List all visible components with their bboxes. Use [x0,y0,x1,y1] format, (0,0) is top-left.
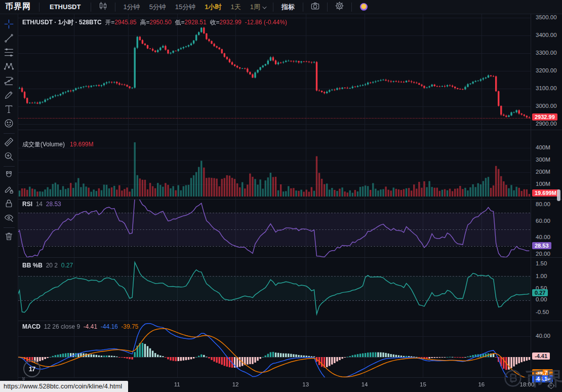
macd-params: 12 26 close 9 [44,323,80,330]
hide-drawings-tool-button[interactable] [2,211,16,225]
chevron-down-icon [262,5,266,9]
rsi-value: 28.53 [46,201,61,208]
price-axis-tick: 3300.00 [536,50,557,56]
emoji-tool-button[interactable] [2,117,16,131]
rsi-params: 14 [36,201,43,208]
timeframe-button-4[interactable]: 1小时 [200,3,226,12]
bb-legend[interactable]: BB %B 20 2 0.27 [22,262,73,269]
rsi-axis-tick: 60.00 [536,218,550,224]
toolbar-separator [39,3,39,12]
price-axis-tick: 3100.00 [536,85,557,91]
remove-all-tool-button[interactable] [2,230,16,244]
volume-axis-tick: 100M [536,181,550,187]
target-icon [547,383,555,391]
pane-separator[interactable] [18,199,562,200]
trend-line-icon [4,33,14,46]
tradingview-logo-text: 17 [29,365,35,373]
macd-legend[interactable]: MACD 12 26 close 9 -4.41 -44.16 -39.75 [22,323,139,330]
macd-legend-title: MACD [22,323,41,330]
time-axis-label: 18:00 [520,381,535,387]
pane-separator[interactable] [18,257,562,258]
site-logo[interactable]: 币界网 [0,2,36,12]
axis-value-pill: 0.27 [532,289,548,296]
toolbar-separator [303,3,303,12]
top-toolbar: 币界网 ETHUSDT 1分钟5分钟15分钟1小时1天1周 指标 [0,0,562,14]
rsi-legend-title: RSI [22,201,32,208]
trend-line-tool-button[interactable] [2,32,16,46]
collapse-chevrons-icon[interactable]: » [20,377,28,380]
drawing-lock-tool-button[interactable] [2,183,16,197]
time-axis-label: 13 [302,381,309,387]
volume-axis-tick: 300M [536,156,550,163]
pane-separator[interactable] [18,130,562,130]
high-value: 2950.50 [149,19,171,26]
timeframe-button-2[interactable]: 5分钟 [145,3,171,12]
ruler-icon [4,137,14,149]
forecast-tool-button[interactable] [2,74,16,89]
crosshair-icon [4,19,14,31]
macd-axis-tick: 40.00 [536,333,550,339]
close-value: 2932.99 [220,19,242,26]
timeframe-button-5[interactable]: 1天 [226,3,246,12]
axis-value-pill: 28.53 [532,242,551,249]
chart-plot-area[interactable]: ETH/USDT · 1小时 · 528BTC 开=2945.85 高=2950… [18,14,531,377]
fib-lines-tool-button[interactable] [2,46,16,60]
lock-all-tool-button[interactable] [2,197,16,211]
volume-legend[interactable]: 成交量(Volume) 19.699M [22,140,94,149]
measure-tool-button[interactable] [2,136,16,150]
snapshot-button[interactable] [306,1,324,13]
camera-icon [310,1,320,13]
volume-axis-tick: 400M [536,144,550,150]
scrollbar-thumb[interactable] [557,189,560,201]
crosshair-tool-button[interactable] [2,18,16,32]
status-bar-url: https://www.528btc.com/coin/kline/4.html [0,381,128,392]
symbol-button[interactable]: ETHUSDT [43,3,88,11]
toolbar-separator [273,3,273,12]
timeframe-group: 1分钟5分钟15分钟1小时1天1周 [118,3,270,12]
timeframe-button-6[interactable]: 1周 [246,3,270,12]
indicators-button[interactable]: 指标 [276,3,300,12]
low-label: 低= [175,19,185,26]
tradingview-logo[interactable]: 17 [23,360,41,377]
close-label: 收= [210,19,220,26]
brush-tool-button[interactable] [2,89,16,103]
price-axis-tick: 3400.00 [536,32,557,38]
axis-value-pill: -4.41 [532,352,550,360]
volume-value: 19.699M [70,141,94,148]
xabcd-pattern-tool-button[interactable] [2,60,16,74]
low-value: 2928.51 [185,19,207,26]
macd-signal-value: -39.75 [121,323,138,330]
pane-separator[interactable] [18,321,562,321]
magnet-tool-button[interactable] [2,169,16,183]
rsi-legend[interactable]: RSI 14 28.53 [22,201,61,208]
text-icon [4,104,14,116]
price-legend-title: ETH/USDT · 1小时 · 528BTC [22,19,102,26]
toolbar-separator [91,3,91,12]
brush-icon [4,90,14,102]
text-tool-button[interactable] [2,103,16,117]
forecast-icon [4,75,14,88]
price-axis-tick: 3500.00 [536,14,557,20]
rsi-axis-tick: 20.00 [536,251,550,257]
open-label: 开= [105,19,114,26]
scroll-to-realtime-button[interactable] [547,381,555,392]
time-axis-label: 11 [174,381,180,387]
avatar[interactable] [360,3,368,11]
axis-value-pill: 2932.99 [532,113,557,121]
price-axis-tick: 3000.00 [536,103,557,109]
settings-button[interactable] [331,1,348,13]
magnet-icon [4,170,14,182]
price-axis-tick: 3200.00 [536,67,557,73]
change-value: -12.86 (-0.44%) [245,19,287,26]
toolbar-divider [4,227,15,228]
candles-icon [98,1,108,13]
price-legend[interactable]: ETH/USDT · 1小时 · 528BTC 开=2945.85 高=2950… [22,18,287,27]
candles-style-button[interactable] [94,1,112,13]
zoom-in-tool-button[interactable] [2,150,16,164]
open-value: 2945.85 [114,19,136,26]
eye-slash-icon [4,212,14,225]
timeframe-button-3[interactable]: 15分钟 [171,3,200,12]
bb-legend-title: BB %B [22,262,43,269]
xabcd-pattern-icon [4,61,14,74]
timeframe-button-1[interactable]: 1分钟 [118,3,144,12]
